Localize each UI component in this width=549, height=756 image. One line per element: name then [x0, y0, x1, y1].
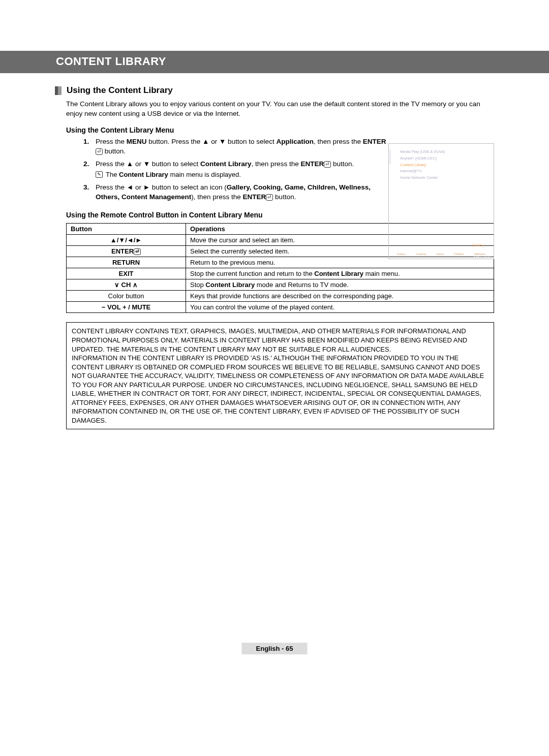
enter-icon: ⏎	[324, 161, 331, 168]
step-2: Press the ▲ or ▼ button to select Conten…	[83, 160, 387, 180]
page-header: CONTENT LIBRARY	[0, 51, 549, 73]
figure-icon-children: Children	[454, 253, 464, 256]
enter-icon: ⏎	[96, 148, 103, 155]
enter-icon: ⏎	[134, 248, 141, 255]
menu-screenshot-figure: Application Media Play (USB & DLNA) Anyn…	[388, 143, 494, 259]
figure-menu-item-selected: Content Library	[393, 162, 490, 169]
note-icon: ✎	[96, 171, 103, 178]
table-row: Color button Keys that provide functions…	[67, 291, 494, 302]
figure-app-label: Application	[387, 149, 392, 164]
figure-gallery-label: Gallery	[389, 243, 494, 247]
step-1: Press the MENU button. Press the ▲ or ▼ …	[83, 137, 387, 156]
figure-icon-cooking: Cooking	[416, 253, 426, 256]
page-footer: English - 65	[242, 643, 308, 654]
disclaimer-p2: INFORMATION IN THE CONTENT LIBRARY IS PR…	[72, 354, 489, 425]
table-row: EXIT Stop the current function and retur…	[67, 268, 494, 279]
section-heading: Using the Content Library	[55, 85, 494, 96]
figure-icon-game: Game	[436, 253, 444, 256]
heading-marker-icon	[55, 86, 62, 95]
section-heading-text: Using the Content Library	[67, 85, 173, 96]
table-row: − VOL + / MUTE You can control the volum…	[67, 302, 494, 313]
step-3: Press the ◄ or ► button to select an ico…	[83, 183, 387, 202]
intro-paragraph: The Content Library allows you to enjoy …	[66, 100, 494, 119]
table-row: ∨ CH ∧ Stop Content Library mode and Ret…	[67, 279, 494, 291]
enter-icon: ⏎	[266, 194, 273, 201]
figure-footer-hint: R Return →E Exit	[473, 256, 492, 258]
figure-icon-gallery: Gallery	[397, 253, 406, 256]
table-header-button: Button	[67, 224, 186, 235]
step-2-note: ✎ The Content Library main menu is displ…	[96, 170, 387, 179]
figure-menu-item: Anynet+ (HDMI-CEC)	[393, 155, 490, 162]
menu-usage-subhead: Using the Content Library Menu	[66, 126, 494, 134]
disclaimer-p1: CONTENT LIBRARY CONTAINS TEXT, GRAPHICS,…	[72, 327, 489, 354]
figure-menu-item: Internet@TV	[393, 168, 490, 175]
figure-menu-item: Media Play (USB & DLNA)	[393, 149, 490, 155]
steps-list: Press the MENU button. Press the ▲ or ▼ …	[83, 137, 387, 202]
disclaimer-box: CONTENT LIBRARY CONTAINS TEXT, GRAPHICS,…	[66, 322, 494, 429]
figure-menu-item: Home Network Center	[393, 175, 490, 181]
figure-menu-list: Application Media Play (USB & DLNA) Anyn…	[389, 144, 494, 184]
